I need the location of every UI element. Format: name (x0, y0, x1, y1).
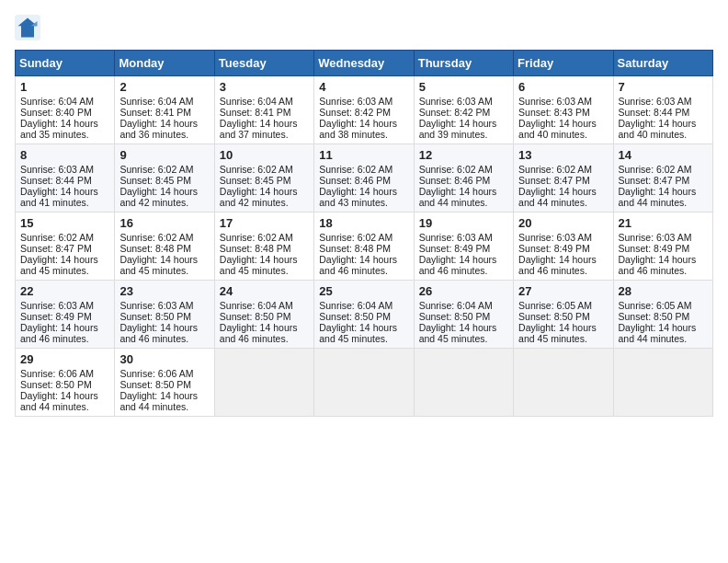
calendar-cell (314, 349, 414, 417)
day-number: 3 (220, 80, 309, 94)
day-info: Sunrise: 6:02 AM (319, 164, 408, 175)
calendar-cell: 23Sunrise: 6:03 AMSunset: 8:50 PMDayligh… (115, 281, 214, 349)
day-number: 8 (20, 148, 109, 162)
calendar-cell: 6Sunrise: 6:03 AMSunset: 8:43 PMDaylight… (514, 76, 613, 144)
day-info: Sunrise: 6:04 AM (119, 96, 209, 107)
day-info: Daylight: 14 hours and 46 minutes. (319, 254, 408, 276)
day-info: Sunrise: 6:03 AM (20, 300, 109, 311)
day-info: Daylight: 14 hours and 46 minutes. (518, 254, 608, 276)
day-number: 27 (518, 284, 608, 298)
day-info: Daylight: 14 hours and 44 minutes. (619, 186, 708, 208)
calendar-cell: 20Sunrise: 6:03 AMSunset: 8:49 PMDayligh… (514, 213, 613, 281)
day-number: 23 (119, 284, 209, 298)
day-info: Sunrise: 6:02 AM (518, 164, 608, 175)
calendar-week-5: 29Sunrise: 6:06 AMSunset: 8:50 PMDayligh… (16, 349, 713, 417)
calendar-cell: 10Sunrise: 6:02 AMSunset: 8:45 PMDayligh… (214, 144, 313, 213)
day-info: Sunset: 8:50 PM (220, 311, 309, 322)
day-info: Daylight: 14 hours and 46 minutes. (119, 322, 209, 344)
day-info: Sunrise: 6:05 AM (518, 300, 608, 311)
day-info: Sunset: 8:44 PM (619, 107, 708, 118)
day-info: Sunrise: 6:03 AM (119, 300, 209, 311)
day-info: Sunrise: 6:05 AM (619, 300, 708, 311)
calendar-cell: 3Sunrise: 6:04 AMSunset: 8:41 PMDaylight… (214, 76, 313, 144)
day-info: Sunrise: 6:04 AM (220, 300, 309, 311)
calendar-cell: 9Sunrise: 6:02 AMSunset: 8:45 PMDaylight… (115, 144, 214, 213)
day-info: Daylight: 14 hours and 40 minutes. (619, 118, 708, 140)
day-info: Sunrise: 6:04 AM (20, 96, 109, 107)
day-info: Daylight: 14 hours and 35 minutes. (20, 118, 109, 140)
day-info: Sunrise: 6:03 AM (419, 232, 508, 243)
calendar-cell: 19Sunrise: 6:03 AMSunset: 8:49 PMDayligh… (414, 213, 513, 281)
calendar-cell: 2Sunrise: 6:04 AMSunset: 8:41 PMDaylight… (115, 76, 214, 144)
calendar-cell: 5Sunrise: 6:03 AMSunset: 8:42 PMDaylight… (414, 76, 513, 144)
day-info: Sunset: 8:40 PM (20, 107, 109, 118)
calendar-cell: 8Sunrise: 6:03 AMSunset: 8:44 PMDaylight… (16, 144, 115, 213)
day-number: 13 (518, 148, 608, 162)
day-info: Sunset: 8:41 PM (119, 107, 209, 118)
day-info: Daylight: 14 hours and 44 minutes. (518, 186, 608, 208)
day-info: Daylight: 14 hours and 45 minutes. (518, 322, 608, 344)
calendar-header-row: SundayMondayTuesdayWednesdayThursdayFrid… (16, 51, 713, 76)
day-info: Sunset: 8:46 PM (319, 175, 408, 186)
day-info: Sunset: 8:42 PM (319, 107, 408, 118)
day-info: Sunset: 8:50 PM (518, 311, 608, 322)
day-info: Sunrise: 6:03 AM (619, 232, 708, 243)
day-info: Sunrise: 6:02 AM (119, 164, 209, 175)
day-info: Daylight: 14 hours and 46 minutes. (419, 254, 508, 276)
calendar-week-3: 15Sunrise: 6:02 AMSunset: 8:47 PMDayligh… (16, 213, 713, 281)
day-info: Daylight: 14 hours and 41 minutes. (20, 186, 109, 208)
weekday-header-sunday: Sunday (16, 51, 115, 76)
calendar-cell: 28Sunrise: 6:05 AMSunset: 8:50 PMDayligh… (613, 281, 712, 349)
day-info: Sunset: 8:41 PM (220, 107, 309, 118)
day-info: Daylight: 14 hours and 46 minutes. (619, 254, 708, 276)
calendar-cell: 16Sunrise: 6:02 AMSunset: 8:48 PMDayligh… (115, 213, 214, 281)
calendar-week-4: 22Sunrise: 6:03 AMSunset: 8:49 PMDayligh… (16, 281, 713, 349)
day-info: Daylight: 14 hours and 42 minutes. (220, 186, 309, 208)
weekday-header-saturday: Saturday (613, 51, 712, 76)
day-info: Sunset: 8:50 PM (20, 379, 109, 390)
day-info: Sunrise: 6:02 AM (119, 232, 209, 243)
day-number: 10 (220, 148, 309, 162)
day-info: Sunrise: 6:02 AM (220, 164, 309, 175)
day-info: Sunset: 8:50 PM (419, 311, 508, 322)
calendar-cell: 15Sunrise: 6:02 AMSunset: 8:47 PMDayligh… (16, 213, 115, 281)
day-info: Sunset: 8:50 PM (119, 379, 209, 390)
day-number: 22 (20, 284, 109, 298)
day-info: Sunset: 8:49 PM (20, 311, 109, 322)
day-number: 29 (20, 352, 109, 366)
day-number: 4 (319, 80, 408, 94)
weekday-header-tuesday: Tuesday (214, 51, 313, 76)
calendar-cell: 11Sunrise: 6:02 AMSunset: 8:46 PMDayligh… (314, 144, 414, 213)
calendar-cell (414, 349, 513, 417)
day-number: 1 (20, 80, 109, 94)
day-number: 30 (119, 352, 209, 366)
day-info: Sunset: 8:46 PM (419, 175, 508, 186)
calendar-cell: 7Sunrise: 6:03 AMSunset: 8:44 PMDaylight… (613, 76, 712, 144)
day-number: 28 (619, 284, 708, 298)
day-info: Daylight: 14 hours and 45 minutes. (20, 254, 109, 276)
day-number: 25 (319, 284, 408, 298)
day-info: Sunrise: 6:03 AM (20, 164, 109, 175)
day-info: Daylight: 14 hours and 38 minutes. (319, 118, 408, 140)
day-info: Daylight: 14 hours and 45 minutes. (419, 322, 508, 344)
day-info: Sunrise: 6:03 AM (619, 96, 708, 107)
calendar-cell: 17Sunrise: 6:02 AMSunset: 8:48 PMDayligh… (214, 213, 313, 281)
weekday-header-wednesday: Wednesday (314, 51, 414, 76)
logo-icon (15, 15, 40, 40)
day-info: Daylight: 14 hours and 44 minutes. (419, 186, 508, 208)
day-info: Daylight: 14 hours and 44 minutes. (20, 390, 109, 412)
calendar-cell (613, 349, 712, 417)
weekday-header-friday: Friday (514, 51, 613, 76)
day-number: 9 (119, 148, 209, 162)
day-info: Daylight: 14 hours and 45 minutes. (119, 254, 209, 276)
day-number: 7 (619, 80, 708, 94)
day-info: Sunrise: 6:03 AM (419, 96, 508, 107)
day-info: Daylight: 14 hours and 43 minutes. (319, 186, 408, 208)
page-header (15, 15, 713, 40)
day-info: Sunset: 8:50 PM (319, 311, 408, 322)
calendar-cell (514, 349, 613, 417)
day-info: Sunrise: 6:03 AM (518, 232, 608, 243)
calendar-cell: 1Sunrise: 6:04 AMSunset: 8:40 PMDaylight… (16, 76, 115, 144)
day-info: Sunrise: 6:06 AM (20, 368, 109, 379)
day-number: 12 (419, 148, 508, 162)
